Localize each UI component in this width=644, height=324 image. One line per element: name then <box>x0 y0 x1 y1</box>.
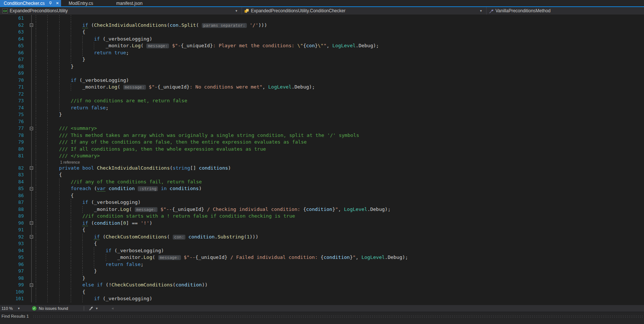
indent-guide <box>47 63 59 70</box>
indent-guide <box>106 254 117 261</box>
collapse-toggle[interactable]: − <box>30 283 33 287</box>
collapse-toggle[interactable]: − <box>30 23 33 27</box>
code-token: condition <box>94 220 120 226</box>
code-text: private bool CheckIndividualConditions(s… <box>35 165 231 172</box>
line-number: 68 <box>0 63 26 70</box>
indent-guide <box>71 36 82 43</box>
line-number: 81 <box>0 153 26 160</box>
code-text: return false; <box>35 105 109 112</box>
close-icon[interactable]: ✕ <box>56 1 59 5</box>
collapse-toggle[interactable]: − <box>30 187 33 190</box>
code-token: ( <box>152 254 158 260</box>
code-token: {_uniqueId} <box>181 43 213 48</box>
indent-guide <box>59 275 71 282</box>
line-number: 65 <box>0 42 26 49</box>
document-health-indicator[interactable]: ✓ No issues found <box>32 306 68 311</box>
code-text: } <box>35 111 62 118</box>
find-results-title[interactable]: Find Results 1 <box>1 314 29 318</box>
code-editor[interactable]: 6162−if (CheckIndividualConditions(con.S… <box>0 15 644 305</box>
indent-guide <box>36 146 47 153</box>
code-token: conditions <box>170 186 199 191</box>
member-dropdown[interactable]: VanillaPreconditionsMethod <box>487 7 644 15</box>
indent-guide <box>59 295 71 302</box>
chevron-down-icon[interactable]: ▼ <box>479 9 484 13</box>
tab-conditionchecker[interactable]: ConditionChecker.cs ✕ <box>0 0 61 6</box>
check-circle-icon: ✓ <box>32 306 36 311</box>
code-token: /// If all conditions pass, then the who… <box>59 146 266 152</box>
code-token: { <box>59 172 62 177</box>
collapse-toggle[interactable]: − <box>30 166 33 170</box>
code-token: string <box>173 165 190 171</box>
code-token: if <box>82 220 88 226</box>
zoom-select[interactable]: 110 % ▼ <box>0 306 23 311</box>
code-line: 61 <box>0 15 644 22</box>
collapse-toggle[interactable]: − <box>30 221 33 225</box>
indent-guide <box>36 29 47 36</box>
outline-margin <box>26 15 35 22</box>
indent-guide <box>36 179 47 186</box>
code-token: .Debug); <box>385 254 408 260</box>
type-dropdown[interactable]: ExpandedPreconditionsUtility.ConditionCh… <box>242 7 487 15</box>
indent-guide <box>47 56 59 63</box>
indent-guide <box>82 49 94 57</box>
code-text: _monitor.Log( message: $"-{_uniqueId}: N… <box>35 84 315 91</box>
code-line: 85−foreach (var condition :string in con… <box>0 185 644 192</box>
outline-margin <box>26 213 35 220</box>
indent-guide <box>47 146 59 153</box>
code-token: ( <box>196 22 202 28</box>
tab-label: manifest.json <box>116 1 143 6</box>
project-dropdown[interactable]: C# ExpandedPreconditionsUtility ▼ <box>0 7 242 15</box>
code-token: condition <box>176 282 202 288</box>
indent-guide <box>36 295 47 302</box>
chevron-down-icon[interactable]: ▼ <box>235 9 239 13</box>
code-token: condition <box>188 234 214 240</box>
indent-guide <box>82 268 94 275</box>
line-number: 95 <box>0 254 26 261</box>
code-token: Log <box>132 43 140 48</box>
code-cleanup-button[interactable]: ▼ <box>89 306 98 311</box>
line-number: 79 <box>0 139 26 146</box>
indent-guide <box>47 185 59 192</box>
code-line: 76 <box>0 118 644 125</box>
codelens-references[interactable]: 1 reference <box>59 160 80 164</box>
indent-guide <box>71 261 82 268</box>
code-token: / Failed individual condition: <box>227 254 321 260</box>
code-token: { <box>321 254 323 260</box>
code-token: LogLevel <box>344 206 367 212</box>
code-line: 86{ <box>0 192 644 199</box>
outline-margin: − <box>26 125 35 132</box>
indent-guide <box>59 254 71 261</box>
line-number: 75 <box>0 111 26 118</box>
code-text: { <box>35 227 85 234</box>
editor-bottom-bar: 110 % ▼ ✓ No issues found ▼ ◄ <box>0 305 644 312</box>
indent-guide <box>71 29 82 36</box>
code-token: _monitor. <box>117 254 143 260</box>
code-text: { <box>35 240 97 247</box>
outline-margin <box>26 29 35 36</box>
code-token: , <box>326 43 332 48</box>
indent-guide <box>36 275 47 282</box>
pin-icon[interactable] <box>48 1 52 5</box>
code-token: _monitor. <box>82 84 108 90</box>
line-number: 99 <box>0 282 26 289</box>
indent-guide <box>59 268 71 275</box>
hscroll-left-arrow[interactable]: ◄ <box>111 307 114 310</box>
code-token: ( <box>173 282 176 288</box>
code-text: } <box>35 275 85 282</box>
indent-guide <box>59 206 71 213</box>
collapse-toggle[interactable]: − <box>30 127 33 130</box>
indent-guide <box>47 29 59 36</box>
tab-manifest[interactable]: manifest.json <box>106 0 152 6</box>
collapse-toggle[interactable]: − <box>30 235 33 238</box>
code-token: CheckCustomConditions <box>106 234 167 240</box>
indent-guide <box>36 118 47 125</box>
code-line: 80/// If all conditions pass, then the w… <box>0 146 644 153</box>
inline-parameter-hint: message: <box>158 255 181 260</box>
tab-modentry[interactable]: ModEntry.cs <box>63 0 101 6</box>
indent-guide <box>47 192 59 199</box>
code-line: 95_monitor.Log( message: $"--{_uniqueId}… <box>0 254 644 261</box>
indent-guide <box>82 240 94 247</box>
code-token: {_uniqueId} <box>172 206 204 212</box>
code-token: LogLevel <box>268 84 292 90</box>
code-text: /// </summary> <box>35 153 100 160</box>
